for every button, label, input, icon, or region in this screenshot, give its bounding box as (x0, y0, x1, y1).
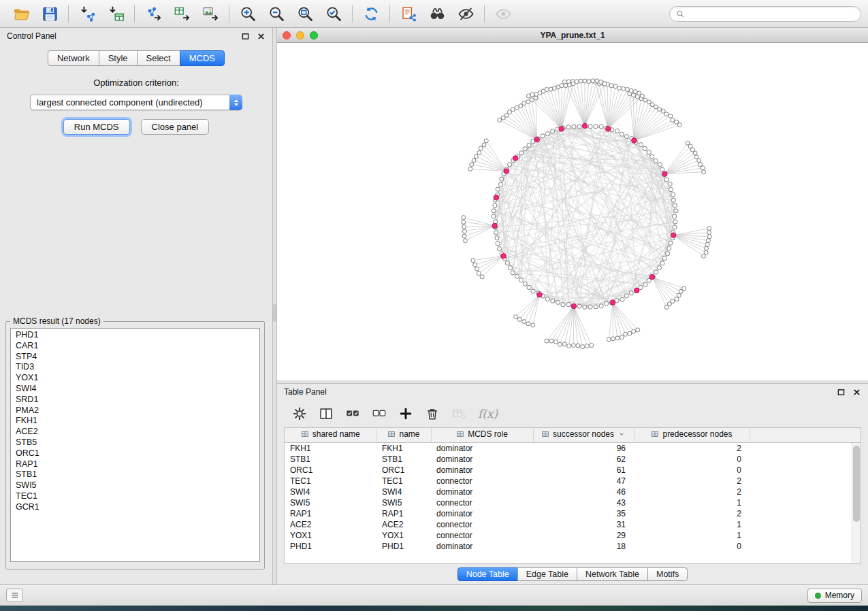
mcds-result-item[interactable]: SRD1 (11, 395, 259, 406)
table-row[interactable]: ACE2ACE2connector311 (285, 519, 861, 530)
export-table-button[interactable] (167, 2, 196, 25)
chevron-down-icon[interactable] (617, 430, 626, 438)
close-table-panel-button[interactable] (852, 387, 861, 397)
delete-column-button[interactable] (421, 403, 444, 424)
window-close-button[interactable] (283, 31, 291, 39)
zoom-selected-button[interactable] (319, 2, 348, 25)
column-header-name[interactable]: name (376, 428, 431, 442)
mcds-result-item[interactable]: STP4 (11, 352, 259, 363)
mcds-result-item[interactable]: PHD1 (11, 330, 259, 341)
table-cell: connector (431, 530, 533, 541)
tab-mcds[interactable]: MCDS (180, 50, 225, 66)
export-network-button[interactable] (139, 2, 167, 25)
mcds-result-item[interactable]: CAR1 (11, 341, 259, 352)
add-column-button[interactable] (394, 403, 417, 424)
refresh-icon (362, 5, 381, 23)
table-cell-filler (750, 476, 861, 486)
mcds-result-item[interactable]: SWI4 (11, 384, 259, 395)
export-image-button[interactable] (196, 2, 225, 25)
import-table-button[interactable] (101, 2, 130, 25)
table-cell: 0 (634, 465, 750, 476)
close-control-panel-button[interactable] (256, 31, 266, 41)
table-cell: 46 (533, 486, 634, 497)
table-row[interactable]: FKH1FKH1dominator962 (285, 442, 861, 454)
window-minimize-button[interactable] (296, 31, 304, 39)
tab-network[interactable]: Network (48, 50, 99, 66)
mcds-result-item[interactable]: ORC1 (11, 448, 259, 459)
close-mcds-panel-button[interactable]: Close panel (141, 119, 210, 135)
table-row[interactable]: STB1STB1dominator620 (285, 454, 861, 465)
zoom-out-icon (268, 5, 286, 23)
criterion-select[interactable]: largest connected component (undirected) (30, 95, 242, 110)
float-table-panel-button[interactable] (836, 387, 846, 397)
table-cell-filler (750, 454, 861, 465)
mcds-result-item[interactable]: YOX1 (11, 373, 259, 384)
hide-graphics-details-button[interactable] (451, 2, 480, 25)
table-row[interactable]: SWI5SWI5connector431 (285, 497, 861, 508)
table-row[interactable]: TEC1TEC1connector472 (285, 476, 861, 486)
zoom-in-button[interactable] (234, 2, 262, 25)
refresh-button[interactable] (357, 2, 385, 25)
delete-column-icon (425, 406, 440, 421)
table-cell: 2 (634, 508, 750, 519)
toolbar-separator (68, 5, 69, 22)
status-bar: Memory (0, 584, 868, 606)
panel-selector-button[interactable] (6, 589, 23, 602)
table-cell: 29 (533, 530, 634, 541)
mcds-result-item[interactable]: STB5 (11, 437, 259, 448)
toolbar-separator (484, 5, 485, 22)
tab-edge-table[interactable]: Edge Table (517, 567, 577, 581)
tab-network-table[interactable]: Network Table (577, 567, 648, 581)
tab-select[interactable]: Select (137, 50, 180, 66)
network-canvas[interactable] (277, 43, 868, 380)
mcds-result-item[interactable]: SWI5 (11, 480, 259, 491)
open-session-icon (12, 5, 31, 23)
select-all-checks-button[interactable] (341, 403, 364, 424)
zoom-fit-button[interactable] (291, 2, 319, 25)
search-box[interactable] (669, 6, 861, 22)
float-panel-button[interactable] (240, 31, 250, 41)
table-row[interactable]: ORC1ORC1dominator610 (285, 465, 861, 476)
vertical-splitter[interactable] (272, 28, 277, 584)
mcds-result-item[interactable]: GCR1 (11, 502, 259, 513)
table-cell: SWI4 (376, 486, 431, 497)
table-scrollbar[interactable] (852, 443, 861, 563)
table-scrollbar-thumb[interactable] (853, 446, 860, 522)
table-row[interactable]: YOX1YOX1connector291 (285, 530, 861, 541)
run-mcds-button[interactable]: Run MCDS (63, 119, 130, 135)
tab-node-table[interactable]: Node Table (457, 567, 518, 581)
table-cell: TEC1 (285, 476, 376, 486)
tab-style[interactable]: Style (99, 50, 138, 66)
mcds-result-item[interactable]: ACE2 (11, 427, 259, 437)
column-header-shared-name[interactable]: shared name (285, 428, 376, 442)
clear-all-checks-button[interactable] (368, 403, 391, 424)
mcds-result-item[interactable]: PMA2 (11, 406, 259, 416)
table-row[interactable]: PHD1PHD1dominator180 (285, 541, 861, 552)
table-row[interactable]: SWI4SWI4dominator462 (285, 486, 861, 497)
column-header-mcds-role[interactable]: MCDS role (431, 428, 533, 442)
split-columns-button[interactable] (315, 403, 338, 424)
mcds-result-item[interactable]: TEC1 (11, 491, 259, 502)
column-header-predecessor-nodes[interactable]: predecessor nodes (634, 428, 750, 442)
mcds-result-list[interactable]: PHD1CAR1STP4TID3YOX1SWI4SRD1PMA2FKH1ACE2… (10, 328, 260, 562)
mcds-result-item[interactable]: TID3 (11, 362, 259, 373)
share-document-button[interactable] (394, 2, 423, 25)
tab-motifs[interactable]: Motifs (647, 567, 688, 581)
mcds-result-item[interactable]: FKH1 (11, 416, 259, 427)
mcds-result-item[interactable]: STB1 (11, 469, 259, 480)
table-row[interactable]: RAP1RAP1dominator352 (285, 508, 861, 519)
open-session-button[interactable] (7, 2, 35, 25)
table-cell-filler (750, 508, 861, 519)
search-input[interactable] (689, 9, 854, 18)
settings-gear-button[interactable] (288, 403, 311, 424)
search-network-button[interactable] (423, 2, 451, 25)
zoom-out-button[interactable] (262, 2, 291, 25)
window-zoom-button[interactable] (310, 31, 318, 39)
column-header-successor-nodes[interactable]: successor nodes (533, 428, 634, 442)
import-network-button[interactable] (73, 2, 101, 25)
save-session-button[interactable] (35, 2, 64, 25)
table-cell: 47 (533, 476, 634, 486)
memory-button[interactable]: Memory (807, 589, 862, 603)
splitter-grip[interactable] (273, 304, 276, 322)
mcds-result-item[interactable]: RAP1 (11, 459, 259, 470)
